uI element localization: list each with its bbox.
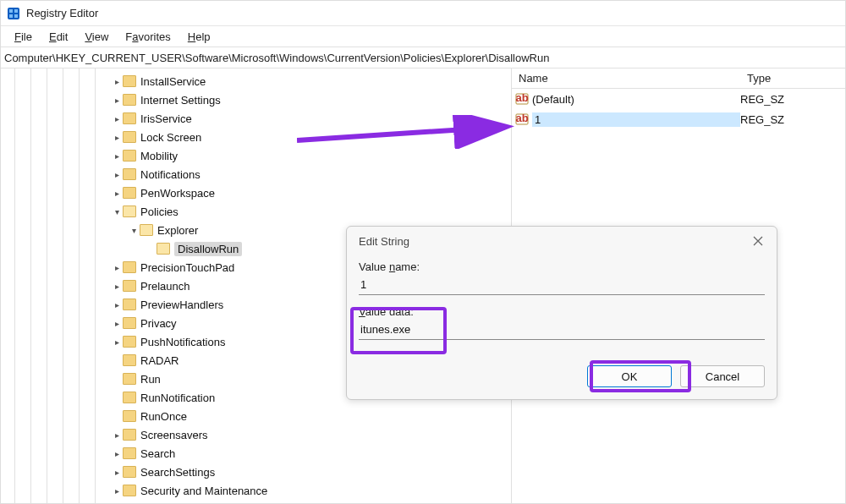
tree-item-label: RunOnce: [140, 410, 187, 423]
chevron-icon[interactable]: ▸: [111, 486, 123, 496]
menu-view[interactable]: View: [76, 29, 117, 45]
tree-item-screensavers[interactable]: ▸Screensavers: [1, 425, 511, 444]
chevron-icon[interactable]: ▸: [111, 300, 123, 310]
address-text: Computer\HKEY_CURRENT_USER\Software\Micr…: [4, 52, 549, 64]
chevron-icon[interactable]: ▸: [111, 77, 123, 86]
menu-file[interactable]: File: [6, 29, 41, 45]
tree-item-label: Internet Settings: [140, 94, 221, 107]
tree-item-runonce[interactable]: RunOnce: [1, 407, 511, 425]
tree-item-label: Screensavers: [140, 429, 207, 441]
chevron-icon[interactable]: ▾: [128, 226, 140, 235]
svg-rect-2: [14, 9, 18, 13]
col-type-header[interactable]: Type: [740, 72, 845, 85]
folder-icon: [123, 168, 136, 180]
edit-string-dialog: Edit String Value name: Value data: OK C…: [346, 226, 777, 400]
dialog-title-text: Edit String: [359, 235, 409, 248]
tree-item-label: Security and Maintenance: [140, 485, 267, 497]
chevron-icon[interactable]: ▸: [111, 170, 123, 179]
svg-text:ab: ab: [515, 112, 528, 124]
dialog-titlebar: Edit String: [347, 227, 777, 255]
chevron-icon[interactable]: ▸: [111, 449, 123, 458]
tree-item-label: PushNotifications: [140, 336, 225, 348]
tree-item-label: IrisService: [140, 112, 192, 125]
tree-item-search[interactable]: ▸Search: [1, 444, 511, 463]
chevron-icon[interactable]: ▾: [111, 207, 123, 216]
tree-item-penworkspace[interactable]: ▸PenWorkspace: [1, 184, 511, 202]
folder-icon: [123, 205, 136, 217]
list-row[interactable]: ab(Default)REG_SZ: [512, 89, 845, 109]
close-icon[interactable]: [748, 231, 768, 251]
window-title: Registry Editor: [26, 7, 98, 19]
svg-rect-3: [9, 14, 13, 18]
chevron-icon[interactable]: ▸: [111, 337, 123, 347]
folder-icon: [123, 392, 136, 403]
value-data-input[interactable]: [359, 320, 765, 340]
tree-item-label: Notifications: [140, 168, 201, 181]
list-item-name: (Default): [532, 93, 740, 106]
tree-item-label: Mobility: [140, 150, 178, 162]
ok-button[interactable]: OK: [587, 365, 672, 387]
col-name-header[interactable]: Name: [512, 72, 740, 85]
chevron-icon[interactable]: ▸: [111, 319, 123, 328]
tree-item-installservice[interactable]: ▸InstallService: [1, 72, 511, 90]
folder-icon: [123, 299, 136, 310]
string-value-icon: ab: [515, 112, 529, 126]
value-name-input[interactable]: [359, 275, 765, 295]
cancel-button[interactable]: Cancel: [680, 365, 765, 387]
tree-item-label: Privacy: [140, 317, 177, 330]
folder-icon: [123, 94, 136, 106]
chevron-icon[interactable]: ▸: [111, 430, 123, 440]
folder-icon: [140, 224, 153, 236]
value-data-label: Value data:: [359, 305, 765, 318]
folder-icon: [123, 187, 136, 199]
tree-item-security-and-maintenance[interactable]: ▸Security and Maintenance: [1, 481, 511, 500]
app-icon: [6, 6, 21, 21]
tree-item-label: InstallService: [140, 75, 206, 88]
menu-favorites[interactable]: Favorites: [117, 29, 179, 45]
folder-icon: [123, 485, 136, 496]
chevron-icon[interactable]: ▸: [111, 263, 123, 272]
svg-rect-1: [9, 9, 13, 13]
folder-icon: [123, 429, 136, 441]
value-name-label: Value name:: [359, 260, 765, 273]
tree-item-label: Explorer: [157, 224, 198, 237]
menu-help[interactable]: Help: [179, 29, 219, 45]
chevron-icon[interactable]: ▸: [111, 114, 123, 123]
tree-item-label: PenWorkspace: [140, 187, 215, 200]
folder-icon: [123, 373, 136, 385]
tree-item-searchsettings[interactable]: ▸SearchSettings: [1, 463, 511, 481]
tree-item-label: SearchSettings: [140, 466, 215, 479]
chevron-icon[interactable]: ▸: [111, 133, 123, 142]
folder-icon: [123, 410, 136, 422]
tree-item-policies[interactable]: ▾Policies: [1, 202, 511, 221]
tree-item-label: Lock Screen: [140, 131, 201, 144]
folder-icon: [123, 261, 136, 273]
folder-icon: [123, 336, 136, 348]
folder-icon: [123, 317, 136, 329]
folder-icon: [123, 112, 136, 124]
chevron-icon[interactable]: ▸: [111, 468, 123, 477]
address-bar[interactable]: Computer\HKEY_CURRENT_USER\Software\Micr…: [1, 47, 845, 68]
tree-item-lock-screen[interactable]: ▸Lock Screen: [1, 128, 511, 146]
folder-icon: [123, 280, 136, 292]
string-value-icon: ab: [515, 92, 529, 106]
folder-icon: [123, 150, 136, 162]
tree-item-internet-settings[interactable]: ▸Internet Settings: [1, 90, 511, 109]
chevron-icon[interactable]: ▸: [111, 189, 123, 198]
list-row[interactable]: ab1REG_SZ: [512, 109, 845, 129]
chevron-icon[interactable]: ▸: [111, 282, 123, 291]
folder-icon: [123, 75, 136, 87]
tree-item-irisservice[interactable]: ▸IrisService: [1, 109, 511, 128]
tree-item-label: RADAR: [140, 354, 179, 367]
chevron-icon[interactable]: ▸: [111, 96, 123, 105]
chevron-icon[interactable]: ▸: [111, 151, 123, 161]
svg-text:ab: ab: [515, 92, 528, 104]
tree-item-label: Policies: [140, 205, 179, 218]
folder-icon: [123, 466, 136, 478]
tree-item-label: Prelaunch: [140, 280, 190, 293]
menubar: File Edit View Favorites Help: [1, 26, 845, 47]
menu-edit[interactable]: Edit: [41, 29, 76, 45]
tree-item-mobility[interactable]: ▸Mobility: [1, 146, 511, 165]
tree-item-notifications[interactable]: ▸Notifications: [1, 165, 511, 184]
list-item-type: REG_SZ: [740, 113, 784, 126]
